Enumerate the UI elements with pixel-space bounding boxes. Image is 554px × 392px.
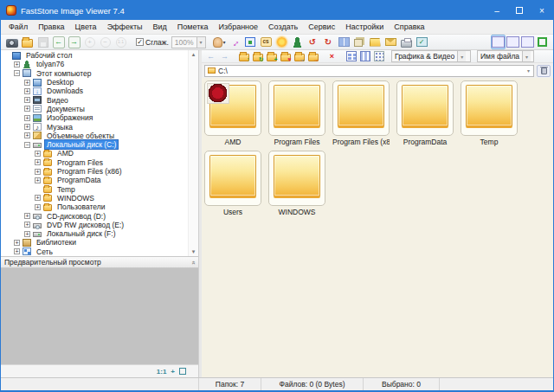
menu-item-правка[interactable]: Правка bbox=[33, 21, 69, 33]
menu-item-настройки[interactable]: Настройки bbox=[340, 21, 389, 33]
compare-images-button[interactable] bbox=[337, 35, 351, 49]
menu-item-эффекты[interactable]: Эффекты bbox=[102, 21, 148, 33]
expand-icon[interactable]: + bbox=[24, 124, 30, 130]
collapse-icon[interactable]: − bbox=[14, 70, 20, 76]
menu-item-избранное[interactable]: Избранное bbox=[213, 21, 263, 33]
previous-image-button[interactable]: ← bbox=[51, 35, 66, 49]
sort-by-dropdown-icon[interactable]: ▾ bbox=[522, 51, 531, 61]
nav-back-button[interactable]: ← bbox=[204, 50, 217, 62]
expand-icon[interactable]: + bbox=[35, 177, 41, 183]
expand-icon[interactable]: + bbox=[14, 248, 20, 254]
tree-item-рабочий-стол[interactable]: Рабочий стол bbox=[1, 51, 188, 60]
expand-icon[interactable]: + bbox=[24, 88, 30, 94]
favorites-folder-button[interactable]: ♥ bbox=[279, 50, 292, 62]
folder-up-button[interactable]: ↑ bbox=[237, 50, 250, 62]
menu-item-пометка[interactable]: Пометка bbox=[172, 21, 214, 33]
collapse-preview-icon[interactable]: » bbox=[189, 260, 196, 264]
save-as-button[interactable] bbox=[35, 35, 50, 49]
tree-item-этот-компьютер[interactable]: −Этот компьютер bbox=[1, 69, 188, 78]
scroll-up-icon[interactable]: ▴ bbox=[192, 51, 196, 58]
acquire-camera-button[interactable] bbox=[4, 35, 19, 49]
view-windowed-button[interactable] bbox=[506, 35, 520, 49]
minimize-button[interactable]: – bbox=[486, 1, 508, 20]
print-button[interactable] bbox=[399, 35, 414, 49]
expand-icon[interactable]: + bbox=[14, 240, 20, 246]
file-filter-combo[interactable]: Графика & Видео▾ bbox=[391, 50, 471, 62]
expand-icon[interactable]: + bbox=[14, 61, 20, 67]
menu-item-справка[interactable]: Справка bbox=[389, 21, 429, 33]
folder-card-program-files[interactable]: Program Files bbox=[268, 80, 325, 146]
folder-card-amd[interactable]: AMD bbox=[204, 80, 261, 146]
expand-icon[interactable]: + bbox=[24, 132, 30, 138]
expand-icon[interactable]: + bbox=[24, 97, 30, 103]
folder-card-temp[interactable]: Temp bbox=[461, 80, 518, 146]
tree-item-видео[interactable]: +Видео bbox=[1, 95, 188, 104]
clone-stamp-button[interactable]: cs bbox=[259, 35, 274, 49]
close-button[interactable]: × bbox=[531, 1, 553, 20]
expand-icon[interactable]: + bbox=[24, 231, 30, 237]
view-list-button[interactable] bbox=[372, 50, 385, 62]
zoom-dropdown-icon[interactable]: ▾ bbox=[196, 37, 205, 48]
view-thumbnails-button[interactable] bbox=[345, 50, 358, 62]
file-filter-dropdown-icon[interactable]: ▾ bbox=[457, 51, 466, 61]
address-bar[interactable]: C:\ ▾ bbox=[204, 65, 534, 77]
copy-to-folder-button[interactable]: → bbox=[293, 50, 306, 62]
folder-card-users[interactable]: Users bbox=[204, 151, 261, 216]
tree-item-programdata[interactable]: +ProgramData bbox=[1, 176, 188, 184]
tree-scrollbar[interactable]: ▴ ▾ bbox=[188, 50, 198, 256]
expand-icon[interactable]: + bbox=[35, 159, 41, 165]
acquire-scanner-button[interactable]: ✓ bbox=[415, 35, 429, 49]
rotate-left-button[interactable]: ↺ bbox=[306, 35, 320, 49]
view-details-button[interactable] bbox=[358, 50, 371, 62]
view-fullscreen-button[interactable] bbox=[535, 35, 550, 49]
expand-icon[interactable]: + bbox=[24, 106, 30, 112]
preview-zoom-actual-button[interactable]: 1:1 bbox=[157, 368, 167, 376]
red-eye-removal-button[interactable] bbox=[290, 35, 305, 49]
new-folder-button[interactable]: + bbox=[265, 50, 278, 62]
tree-item-desktop[interactable]: +Desktop bbox=[1, 78, 188, 87]
folder-refresh-button[interactable]: ↻ bbox=[251, 50, 264, 62]
expand-icon[interactable]: + bbox=[35, 151, 41, 157]
sort-by-combo[interactable]: Имя файла▾ bbox=[477, 50, 534, 62]
email-button[interactable] bbox=[383, 35, 398, 49]
crop-board-button[interactable] bbox=[243, 35, 258, 49]
move-to-folder-button[interactable]: → bbox=[306, 50, 319, 62]
smooth-checkbox-box[interactable]: ✓ bbox=[136, 38, 144, 46]
view-thumbnail-strip-button[interactable] bbox=[520, 35, 535, 49]
tree-item-tolyan76[interactable]: +tolyan76 bbox=[1, 60, 188, 68]
slideshow-button[interactable] bbox=[368, 35, 383, 49]
expand-icon[interactable]: + bbox=[35, 169, 41, 175]
open-file-button[interactable] bbox=[20, 35, 35, 49]
hand-tool-button[interactable]: ▾ bbox=[212, 35, 227, 49]
address-dropdown-icon[interactable]: ▾ bbox=[524, 67, 533, 74]
preview-pan-icon[interactable]: + bbox=[171, 368, 175, 376]
expand-icon[interactable]: + bbox=[24, 115, 30, 121]
copy-to-clipboard-button[interactable] bbox=[352, 35, 367, 49]
recycle-bin-button[interactable] bbox=[537, 65, 551, 77]
collapse-icon[interactable]: − bbox=[24, 142, 30, 148]
expand-icon[interactable]: + bbox=[24, 222, 30, 228]
menu-item-файл[interactable]: Файл bbox=[3, 21, 33, 33]
menu-item-создать[interactable]: Создать bbox=[263, 21, 303, 33]
tree-item-локальный-диск-c-[interactable]: −Локальный диск (C:) bbox=[1, 140, 188, 149]
zoom-actual-button[interactable]: 1:1 bbox=[113, 35, 128, 49]
zoom-in-button[interactable]: + bbox=[82, 35, 97, 49]
folder-card-windows[interactable]: WINDOWS bbox=[268, 151, 325, 216]
expand-icon[interactable]: + bbox=[24, 213, 30, 219]
expand-icon[interactable]: + bbox=[24, 80, 30, 86]
menu-item-сервис[interactable]: Сервис bbox=[303, 21, 340, 33]
preview-fit-icon[interactable] bbox=[179, 368, 186, 375]
menu-item-цвета[interactable]: Цвета bbox=[70, 21, 102, 33]
folder-card-programdata[interactable]: ProgramData bbox=[396, 80, 454, 146]
nav-forward-button[interactable]: → bbox=[218, 50, 231, 62]
rotate-right-button[interactable]: ↻ bbox=[321, 35, 336, 49]
menu-item-вид[interactable]: Вид bbox=[148, 21, 172, 33]
maximize-button[interactable] bbox=[508, 1, 531, 20]
smooth-checkbox[interactable]: ✓Сглаж. bbox=[134, 38, 171, 47]
zoom-out-button[interactable]: − bbox=[98, 35, 113, 49]
next-image-button[interactable]: → bbox=[67, 35, 81, 49]
expand-icon[interactable]: + bbox=[35, 204, 41, 210]
resize-image-button[interactable]: ↔ bbox=[228, 35, 242, 49]
delete-file-button[interactable]: × bbox=[325, 50, 338, 62]
scroll-down-icon[interactable]: ▾ bbox=[192, 248, 196, 255]
